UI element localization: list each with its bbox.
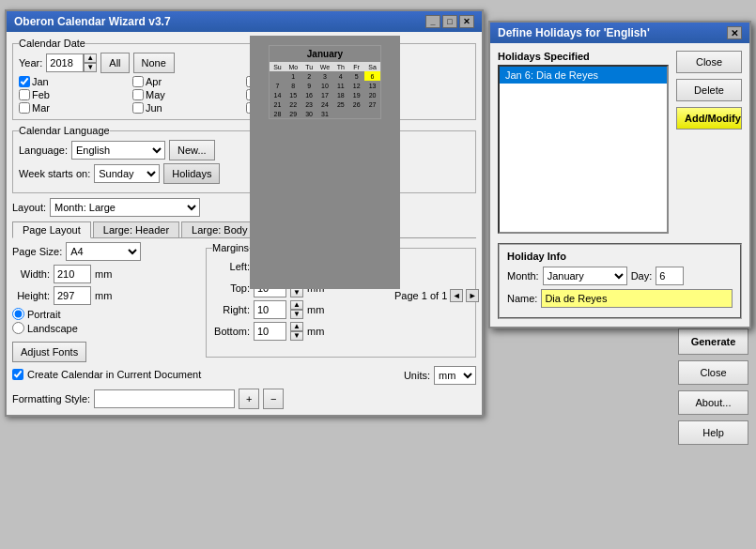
bottom-options-row: Create Calendar in Current Document Unit… <box>12 366 476 385</box>
height-input[interactable]: 297 <box>54 286 91 305</box>
months-grid: Jan Apr Jul Oct Feb <box>19 76 470 114</box>
holidays-list[interactable]: Jan 6: Dia de Reyes <box>498 65 669 234</box>
calendar-cell: 5 <box>348 71 364 81</box>
tab-bar: Page Layout Large: Header Large: Body <box>12 221 476 238</box>
calendar-row: 28293031 <box>270 109 380 118</box>
tab-page-layout[interactable]: Page Layout <box>12 221 91 238</box>
calendar-cell: 16 <box>301 90 317 99</box>
right-margin-down[interactable]: ▼ <box>290 310 303 319</box>
holiday-day-input[interactable]: 6 <box>656 267 684 285</box>
month-mar-checkbox[interactable] <box>19 102 30 114</box>
dialog-add-modify-button[interactable]: Add/Modify <box>676 107 742 130</box>
adjust-fonts-button[interactable]: Adjust Fonts <box>12 342 86 362</box>
calendar-body: 1234567891011121314151617181920212223242… <box>270 71 380 118</box>
calendar-cell <box>348 109 364 118</box>
month-jan-checkbox[interactable] <box>19 76 30 87</box>
month-apr-item: Apr <box>132 76 242 87</box>
calendar-preview-area: January Su Mo Tu We Th Fr Sa 12345678910… <box>250 36 400 289</box>
dialog-content: Holidays Specified Jan 6: Dia de Reyes C… <box>490 43 749 327</box>
cal-header-tu: Tu <box>301 62 317 71</box>
year-row: Year: 2018 ▲ ▼ All None <box>19 53 470 73</box>
year-input[interactable]: 2018 <box>46 53 84 72</box>
holiday-info-title: Holiday Info <box>507 251 733 262</box>
calendar-date-group: Calendar Date Year: 2018 ▲ ▼ All None Ja… <box>12 38 476 120</box>
month-jun-item: Jun <box>132 102 242 114</box>
calendar-cell: 4 <box>332 71 348 81</box>
calendar-preview-inner: January Su Mo Tu We Th Fr Sa 12345678910… <box>269 45 381 119</box>
formatting-minus-button[interactable]: − <box>263 389 284 409</box>
holiday-name-row: Name: Dia de Reyes <box>507 289 733 308</box>
dialog-close-icon-button[interactable]: ✕ <box>727 26 742 39</box>
landscape-radio[interactable] <box>12 322 24 334</box>
new-language-button[interactable]: New... <box>169 140 215 160</box>
portrait-radio[interactable] <box>12 308 24 320</box>
bottom-margin-input[interactable]: 10 <box>254 322 286 341</box>
left-margin-label: Left: <box>212 261 250 272</box>
month-may-checkbox[interactable] <box>132 89 144 100</box>
create-calendar-checkbox[interactable] <box>12 369 23 380</box>
calendar-row: 21222324252627 <box>270 99 380 109</box>
none-months-button[interactable]: None <box>133 53 175 73</box>
calendar-date-legend: Calendar Date <box>19 38 85 49</box>
month-feb-checkbox[interactable] <box>19 89 30 100</box>
generate-button[interactable]: Generate <box>678 328 748 355</box>
cal-header-fr: Fr <box>348 62 364 71</box>
calendar-cell: 6 <box>364 71 380 81</box>
about-button[interactable]: About... <box>678 390 748 415</box>
calendar-cell: 23 <box>301 99 317 109</box>
dialog-close-button[interactable]: Close <box>676 51 742 73</box>
height-row: Height: 297 mm <box>12 286 200 305</box>
page-indicator: Page 1 of 1 ◄ ► <box>394 289 479 302</box>
holiday-item-jan6[interactable]: Jan 6: Dia de Reyes <box>500 67 667 84</box>
close-main-button[interactable]: ✕ <box>459 15 474 28</box>
left-panel: Page Size: A4 Width: 210 mm Height: 297 … <box>12 242 200 362</box>
maximize-button[interactable]: □ <box>442 15 457 28</box>
page-next-button[interactable]: ► <box>466 289 479 302</box>
language-select[interactable]: English <box>71 141 165 160</box>
year-spinner: 2018 ▲ ▼ <box>46 53 97 72</box>
calendar-month-title: January <box>270 46 380 62</box>
year-down-button[interactable]: ▼ <box>84 63 97 72</box>
units-select[interactable]: mm <box>434 366 476 385</box>
year-up-button[interactable]: ▲ <box>84 53 97 63</box>
week-starts-select[interactable]: Sunday <box>94 164 160 183</box>
calendar-cell: 1 <box>285 71 301 81</box>
right-margin-label: Right: <box>212 304 250 315</box>
language-row: Language: English New... <box>19 140 470 160</box>
all-months-button[interactable]: All <box>100 53 129 73</box>
page-number-text: Page 1 of 1 <box>394 290 447 301</box>
month-jun-checkbox[interactable] <box>132 102 144 114</box>
formatting-plus-button[interactable]: + <box>239 389 259 409</box>
main-content-area: Calendar Date Year: 2018 ▲ ▼ All None Ja… <box>7 32 482 415</box>
width-row: Width: 210 mm <box>12 265 200 283</box>
main-title-bar: Oberon Calendar Wizard v3.7 _ □ ✕ <box>7 11 482 32</box>
bottom-margin-down[interactable]: ▼ <box>290 331 303 341</box>
page-size-label: Page Size: <box>12 246 62 257</box>
cal-header-sa: Sa <box>364 62 380 71</box>
language-label: Language: <box>19 145 68 156</box>
calendar-cell: 26 <box>348 99 364 109</box>
help-button[interactable]: Help <box>678 420 748 445</box>
holidays-button[interactable]: Holidays <box>163 163 220 184</box>
month-feb-item: Feb <box>19 89 129 100</box>
holiday-name-input[interactable]: Dia de Reyes <box>541 289 733 308</box>
height-label: Height: <box>12 290 50 301</box>
bottom-margin-up[interactable]: ▲ <box>290 322 303 331</box>
minimize-button[interactable]: _ <box>425 15 440 28</box>
right-margin-input[interactable]: 10 <box>254 300 286 319</box>
month-apr-checkbox[interactable] <box>132 76 144 87</box>
calendar-cell: 9 <box>301 81 317 90</box>
page-prev-button[interactable]: ◄ <box>450 289 463 302</box>
width-input[interactable]: 210 <box>54 265 91 283</box>
formatting-style-input[interactable] <box>94 389 235 408</box>
layout-select[interactable]: Month: Large <box>50 198 200 217</box>
page-size-select[interactable]: A4 <box>66 242 141 261</box>
tab-large-body[interactable]: Large: Body <box>181 221 257 237</box>
top-margin-down[interactable]: ▼ <box>290 288 303 297</box>
month-may-item: May <box>132 89 242 100</box>
right-margin-up[interactable]: ▲ <box>290 300 303 310</box>
dialog-delete-button[interactable]: Delete <box>676 79 742 101</box>
holiday-month-select[interactable]: January <box>543 267 627 285</box>
close-button[interactable]: Close <box>678 360 748 385</box>
tab-large-header[interactable]: Large: Header <box>93 221 179 237</box>
